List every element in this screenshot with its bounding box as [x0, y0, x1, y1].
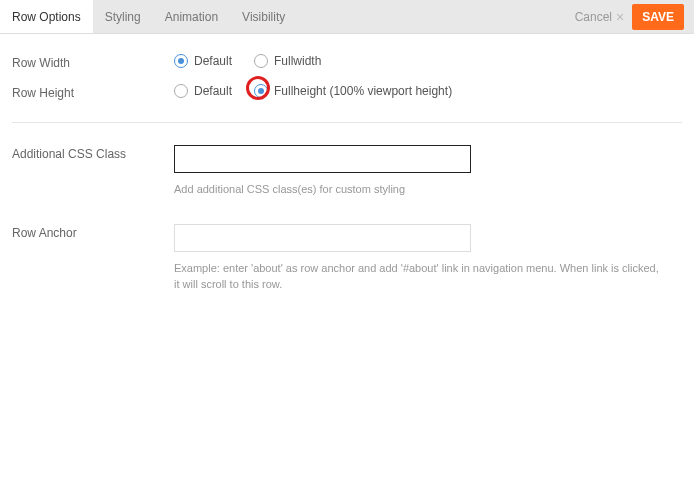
close-icon: ×	[616, 9, 624, 25]
divider	[12, 122, 682, 123]
row-width-default-label[interactable]: Default	[194, 54, 232, 68]
tabs: Row Options Styling Animation Visibility	[0, 0, 297, 33]
row-height-fullheight-radio[interactable]	[254, 84, 268, 98]
save-button[interactable]: SAVE	[632, 4, 684, 30]
row-height-label: Row Height	[12, 84, 174, 100]
field-row-anchor: Row Anchor Example: enter 'about' as row…	[12, 224, 682, 293]
row-width-fullwidth-label[interactable]: Fullwidth	[274, 54, 321, 68]
css-class-label: Additional CSS Class	[12, 145, 174, 161]
tab-visibility[interactable]: Visibility	[230, 0, 297, 33]
row-height-default-radio[interactable]	[174, 84, 188, 98]
css-class-help: Add additional CSS class(es) for custom …	[174, 181, 682, 198]
row-height-default-label[interactable]: Default	[194, 84, 232, 98]
header: Row Options Styling Animation Visibility…	[0, 0, 694, 34]
css-class-input[interactable]	[174, 145, 471, 173]
row-height-fullheight-label[interactable]: Fullheight (100% viewport height)	[274, 84, 452, 98]
row-width-radios: Default Fullwidth	[174, 54, 682, 68]
row-width-fullwidth-radio[interactable]	[254, 54, 268, 68]
row-width-label: Row Width	[12, 54, 174, 70]
field-row-width: Row Width Default Fullwidth	[12, 54, 682, 70]
tab-row-options[interactable]: Row Options	[0, 0, 93, 33]
header-actions: Cancel × SAVE	[575, 4, 694, 30]
field-css-class: Additional CSS Class Add additional CSS …	[12, 145, 682, 198]
tab-styling[interactable]: Styling	[93, 0, 153, 33]
cancel-label: Cancel	[575, 10, 612, 24]
row-anchor-label: Row Anchor	[12, 224, 174, 240]
field-row-height: Row Height Default Fullheight (100% view…	[12, 84, 682, 100]
row-height-radios: Default Fullheight (100% viewport height…	[174, 84, 682, 98]
content: Row Width Default Fullwidth Row Height D…	[0, 34, 694, 339]
row-width-default-radio[interactable]	[174, 54, 188, 68]
cancel-button[interactable]: Cancel ×	[575, 9, 625, 25]
row-anchor-help: Example: enter 'about' as row anchor and…	[174, 260, 664, 293]
tab-animation[interactable]: Animation	[153, 0, 230, 33]
row-anchor-input[interactable]	[174, 224, 471, 252]
